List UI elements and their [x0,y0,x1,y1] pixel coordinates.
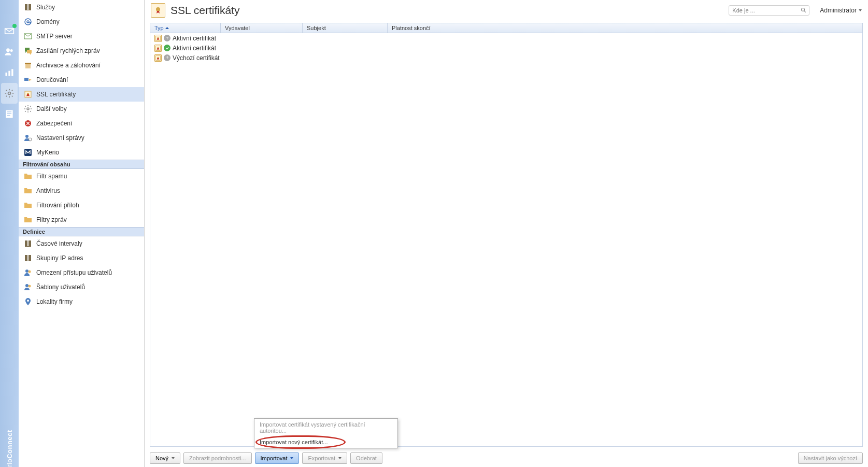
deliver-icon [24,76,32,84]
col-subject[interactable]: Subjekt [303,23,388,33]
vnav-stats[interactable] [1,62,18,83]
sidebar-item-label: SSL certifikáty [36,91,76,98]
sidebar-item-nastaven-spr-vy[interactable]: Nastavení správy [19,131,144,145]
table-row[interactable]: ?Výchozí certifikát [150,53,862,63]
sidebar-item-label: Další volby [36,105,67,112]
mykerio-icon [24,148,32,157]
sidebar-item-label: Nastavení správy [36,134,84,141]
sort-asc-icon [165,27,169,29]
sidebar-item-filtrov-n-p-loh[interactable]: Filtrování příloh [19,198,144,213]
svg-point-18 [27,108,29,110]
svg-point-29 [802,8,805,11]
svg-rect-2 [6,73,7,76]
svg-point-5 [8,92,11,95]
sidebar-item-skupiny-ip-adres[interactable]: Skupiny IP adres [19,251,144,265]
vertical-nav: KerioConnect [0,0,19,467]
cert-name: Aktivní certifikát [173,45,216,52]
sidebar-item-dal-volby[interactable]: Další volby [19,102,144,116]
sidebar-group-definitions: Definice [19,227,144,236]
certificate-icon [154,45,162,52]
status-badge-icon [12,24,17,28]
question-icon: ? [164,35,170,41]
svg-point-1 [10,49,13,52]
sidebar-item-label: Filtrování příloh [36,202,79,209]
vnav-settings[interactable] [1,83,18,104]
certificate-icon [154,54,162,62]
vnav-users[interactable] [1,41,18,62]
svg-point-26 [29,285,31,288]
sidebar-item-filtr-spamu[interactable]: Filtr spamu [19,169,144,183]
sidebar-item--asov-intervaly[interactable]: Časové intervaly [19,236,144,251]
import-ca-cert-item[interactable]: Importovat certifikát vystavený certifik… [254,419,397,436]
titlebar: SSL certifikáty Administrator [145,0,868,23]
sidebar-item-omezen-p-stupu-u-ivatel-[interactable]: Omezení přístupu uživatelů [19,265,144,280]
svg-line-30 [804,11,806,12]
sidebar-item-zabezpe-en-[interactable]: Zabezpečení [19,116,144,131]
main-content: SSL certifikáty Administrator Typ Vydava… [145,0,868,467]
user-menu[interactable]: Administrator [820,7,862,14]
check-icon [164,45,170,51]
sidebar-item-label: Časové intervaly [36,240,82,247]
sidebar-item-mykerio[interactable]: MyKerio [19,145,144,160]
sidebar-item-label: Filtry zpráv [36,216,67,223]
export-button[interactable]: Exportovat [302,452,347,464]
table-row[interactable]: Aktivní certifikát [150,43,862,53]
book-icon [24,3,32,11]
certificates-table: Typ Vydavatel Subjekt Platnost skončí ?A… [150,23,863,447]
remove-button[interactable]: Odebrat [350,452,382,464]
vnav-logs[interactable] [1,104,18,124]
sidebar-item-doru-ov-n-[interactable]: Doručování [19,73,144,87]
sidebar-item-archivace-a-z-lohov-n-[interactable]: Archivace a zálohování [19,58,144,73]
new-button[interactable]: Nový [150,452,180,464]
sidebar-item-filtry-zpr-v[interactable]: Filtry zpráv [19,213,144,227]
sidebar-item-zas-l-n-rychl-ch-zpr-v[interactable]: Zasílání rychlých zpráv [19,44,144,58]
chevron-down-icon [338,457,341,459]
folder-icon [24,201,32,209]
table-row[interactable]: ?Aktivní certifikát [150,33,862,43]
cert-name: Výchozí certifikát [173,54,220,62]
svg-point-23 [25,270,29,273]
col-expires[interactable]: Platnost skončí [388,23,862,33]
col-type[interactable]: Typ [150,23,221,33]
sidebar-item-lokality-firmy[interactable]: Lokality firmy [19,294,144,309]
sidebar-item-label: Omezení přístupu uživatelů [36,269,112,276]
vnav-mail[interactable] [1,21,18,41]
sidebar-item-slu-by[interactable]: Služby [19,0,144,15]
sidebar: SlužbyDoménySMTP serverZasílání rychlých… [19,0,145,467]
loc-icon [24,298,32,306]
sidebar-group-filtering: Filtrování obsahu [19,160,144,169]
users-icon [24,268,32,277]
at-icon [24,18,32,26]
details-button[interactable]: Zobrazit podrobnosti... [183,452,251,464]
gear-icon [24,105,32,113]
sidebar-item-dom-ny[interactable]: Domény [19,15,144,29]
question-icon: ? [164,54,170,61]
import-new-cert-item[interactable]: Importovat nový certifikát... [254,436,397,448]
product-logo: KerioConnect [6,430,13,467]
import-button[interactable]: Importovat [255,452,300,464]
svg-point-27 [27,300,29,302]
users-icon [24,283,32,291]
archive-icon [24,61,32,69]
search-input[interactable] [729,5,809,16]
sidebar-item-ssl-certifik-ty[interactable]: SSL certifikáty [19,87,144,102]
sidebar-item-antivirus[interactable]: Antivirus [19,183,144,198]
folder-icon [24,187,32,195]
admin-icon [24,134,32,142]
book-icon [24,254,32,262]
folder-icon [24,172,32,180]
svg-rect-13 [25,63,31,64]
sidebar-item-smtp-server[interactable]: SMTP server [19,29,144,44]
sidebar-item-label: Doručování [36,76,68,83]
sidebar-item-label: Služby [36,4,55,11]
cert-icon [24,90,32,98]
svg-point-28 [156,7,160,11]
sidebar-item--ablony-u-ivatel-[interactable]: Šablony uživatelů [19,280,144,294]
sidebar-item-label: Domény [36,18,60,25]
search-icon [801,7,807,13]
sidebar-item-label: Zasílání rychlých zpráv [36,47,100,54]
col-issuer[interactable]: Vydavatel [221,23,303,33]
table-header: Typ Vydavatel Subjekt Platnost skončí [150,23,862,33]
set-default-button[interactable]: Nastavit jako výchozí [798,452,863,464]
svg-point-20 [25,135,29,138]
